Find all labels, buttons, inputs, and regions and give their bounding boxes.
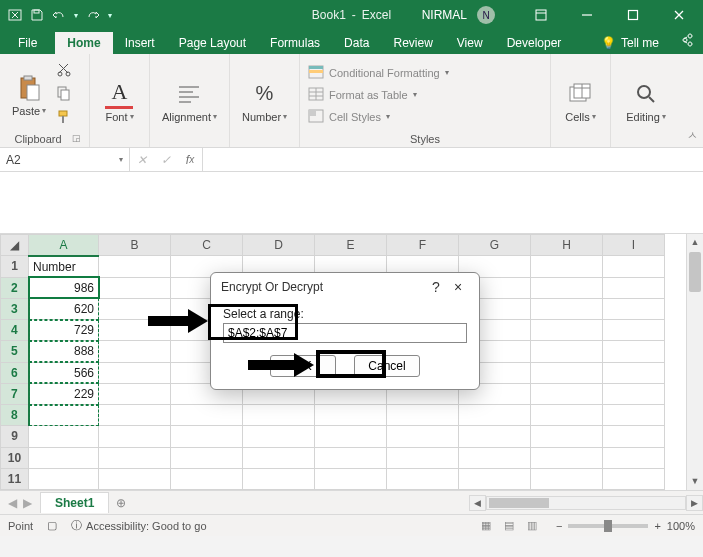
cells-button[interactable]: Cells▾: [561, 77, 599, 125]
row-header[interactable]: 9: [1, 426, 29, 447]
row-header[interactable]: 7: [1, 383, 29, 404]
cell[interactable]: [29, 405, 99, 426]
tab-insert[interactable]: Insert: [113, 32, 167, 54]
cell[interactable]: [603, 256, 665, 277]
row-header[interactable]: 3: [1, 298, 29, 319]
alignment-button[interactable]: Alignment▾: [158, 77, 221, 125]
redo-icon[interactable]: [86, 8, 100, 22]
fx-icon[interactable]: fx: [178, 153, 202, 167]
scroll-thumb[interactable]: [689, 252, 701, 292]
ok-button[interactable]: OK: [270, 355, 336, 377]
col-header[interactable]: G: [459, 235, 531, 256]
formula-bar[interactable]: [203, 148, 703, 171]
vertical-scrollbar[interactable]: ▲ ▼: [686, 234, 703, 490]
scroll-up-icon[interactable]: ▲: [687, 234, 703, 251]
undo-icon[interactable]: [52, 8, 66, 22]
zoom-in-icon[interactable]: +: [654, 520, 660, 532]
chevron-down-icon[interactable]: ▾: [119, 155, 123, 164]
cell[interactable]: [29, 426, 99, 447]
format-as-table-button[interactable]: Format as Table ▾: [308, 87, 449, 103]
row-header[interactable]: 8: [1, 405, 29, 426]
number-button[interactable]: % Number▾: [238, 77, 291, 125]
cell[interactable]: [531, 256, 603, 277]
user-avatar[interactable]: N: [477, 6, 495, 24]
tab-developer[interactable]: Developer: [495, 32, 574, 54]
tab-home[interactable]: Home: [55, 32, 112, 54]
select-all-corner[interactable]: ◢: [1, 235, 29, 256]
tell-me[interactable]: 💡 Tell me: [591, 32, 669, 54]
tab-file[interactable]: File: [0, 32, 55, 54]
format-painter-icon[interactable]: [56, 109, 72, 129]
maximize-icon[interactable]: [615, 0, 651, 30]
undo-dropdown-icon[interactable]: ▾: [74, 11, 78, 20]
ribbon-display-options-icon[interactable]: [523, 0, 559, 30]
sheet-nav-next-icon[interactable]: ▶: [23, 496, 32, 510]
row-header[interactable]: 2: [1, 277, 29, 298]
minimize-icon[interactable]: [569, 0, 605, 30]
range-input[interactable]: [223, 323, 467, 343]
row-header[interactable]: 6: [1, 362, 29, 383]
share-button[interactable]: [669, 29, 703, 54]
zoom-level[interactable]: 100%: [667, 520, 695, 532]
accessibility-status[interactable]: Accessibility: Good to go: [86, 520, 206, 532]
sheet-tab[interactable]: Sheet1: [40, 492, 109, 513]
dialog-close-icon[interactable]: ×: [447, 279, 469, 295]
zoom-out-icon[interactable]: −: [556, 520, 562, 532]
col-header[interactable]: E: [315, 235, 387, 256]
horizontal-scrollbar[interactable]: ◀ ▶: [469, 495, 703, 511]
row-header[interactable]: 10: [1, 447, 29, 468]
scroll-down-icon[interactable]: ▼: [687, 473, 703, 490]
paste-button[interactable]: Paste▾: [8, 71, 50, 119]
tab-view[interactable]: View: [445, 32, 495, 54]
cancel-button[interactable]: Cancel: [354, 355, 420, 377]
cell[interactable]: 986: [29, 277, 99, 298]
enter-formula-icon[interactable]: ✓: [154, 153, 178, 167]
normal-view-icon[interactable]: ▦: [476, 519, 496, 532]
tab-formulas[interactable]: Formulas: [258, 32, 332, 54]
col-header[interactable]: I: [603, 235, 665, 256]
col-header[interactable]: H: [531, 235, 603, 256]
tab-review[interactable]: Review: [381, 32, 444, 54]
tab-data[interactable]: Data: [332, 32, 381, 54]
cell[interactable]: 620: [29, 298, 99, 319]
col-header[interactable]: D: [243, 235, 315, 256]
collapse-ribbon-icon[interactable]: ㅅ: [687, 128, 698, 143]
dialog-launcher-icon[interactable]: ◲: [72, 133, 81, 143]
cell[interactable]: [99, 277, 171, 298]
scroll-thumb[interactable]: [489, 498, 549, 508]
cell-styles-button[interactable]: Cell Styles ▾: [308, 109, 449, 125]
close-icon[interactable]: [661, 0, 697, 30]
cell[interactable]: 566: [29, 362, 99, 383]
qat-customize-icon[interactable]: ▾: [108, 11, 112, 20]
cell[interactable]: [99, 256, 171, 277]
page-break-view-icon[interactable]: ▥: [522, 519, 542, 532]
new-sheet-button[interactable]: ⊕: [109, 496, 133, 510]
row-header[interactable]: 5: [1, 341, 29, 362]
font-button[interactable]: A Font▾: [101, 77, 137, 125]
macro-record-icon[interactable]: ▢: [47, 519, 57, 532]
row-header[interactable]: 4: [1, 320, 29, 341]
cell[interactable]: 888: [29, 341, 99, 362]
cell[interactable]: [29, 468, 99, 489]
cell[interactable]: 229: [29, 383, 99, 404]
tab-page-layout[interactable]: Page Layout: [167, 32, 258, 54]
name-box[interactable]: A2 ▾: [0, 148, 130, 171]
scroll-left-icon[interactable]: ◀: [469, 495, 486, 511]
cell[interactable]: 729: [29, 320, 99, 341]
dialog-help-icon[interactable]: ?: [425, 279, 447, 295]
zoom-slider[interactable]: [568, 524, 648, 528]
page-layout-view-icon[interactable]: ▤: [499, 519, 519, 532]
conditional-formatting-button[interactable]: Conditional Formatting ▾: [308, 65, 449, 81]
cell[interactable]: Number: [29, 256, 99, 277]
row-header[interactable]: 11: [1, 468, 29, 489]
row-header[interactable]: 1: [1, 256, 29, 277]
cell[interactable]: [29, 447, 99, 468]
cancel-formula-icon[interactable]: ✕: [130, 153, 154, 167]
col-header[interactable]: F: [387, 235, 459, 256]
scroll-right-icon[interactable]: ▶: [686, 495, 703, 511]
col-header[interactable]: C: [171, 235, 243, 256]
cut-icon[interactable]: [56, 61, 72, 81]
sheet-nav-prev-icon[interactable]: ◀: [8, 496, 17, 510]
save-icon[interactable]: [30, 8, 44, 22]
editing-button[interactable]: Editing▾: [622, 77, 670, 125]
